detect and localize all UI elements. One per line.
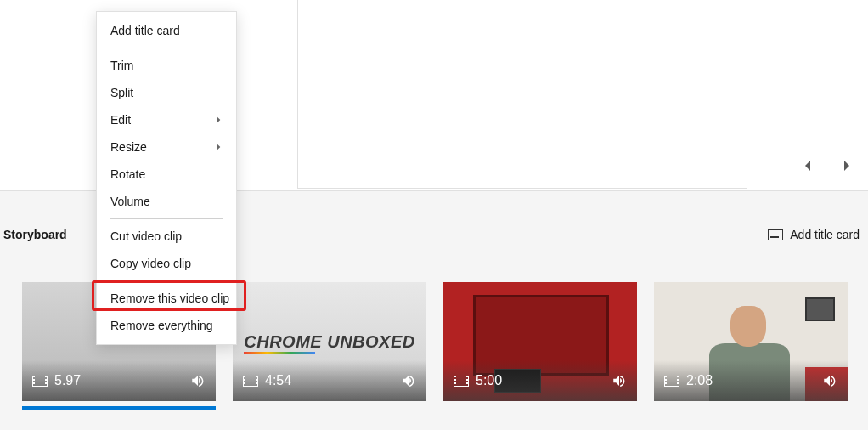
menu-remove-everything[interactable]: Remove everything [97,312,236,339]
clip-duration: 5.97 [54,373,81,388]
menu-add-title-card[interactable]: Add title card [97,17,236,44]
menu-edit[interactable]: Edit [97,106,236,133]
preview-canvas [297,0,747,189]
menu-volume[interactable]: Volume [97,188,236,215]
menu-separator [110,218,223,219]
menu-separator [110,280,223,281]
storyboard-label: Storyboard [3,228,67,241]
menu-split[interactable]: Split [97,79,236,106]
clip-selection-bar [22,406,216,410]
film-icon [664,376,679,387]
film-icon [243,376,258,387]
speaker-icon [612,373,627,388]
speaker-icon [822,373,837,388]
add-title-card-label: Add title card [790,228,860,241]
menu-separator [110,48,223,48]
title-card-icon [768,229,783,240]
chevron-right-icon [216,116,223,123]
menu-resize[interactable]: Resize [97,133,236,161]
menu-remove-clip[interactable]: Remove this video clip [97,285,236,312]
speaker-icon [190,373,206,388]
prev-frame-icon[interactable] [802,160,814,172]
clip-3[interactable]: 5:00 [443,282,637,401]
clip-duration: 5:00 [476,373,502,388]
film-icon [32,376,48,387]
clip-thumb-text: CHROME UNBOXED [244,332,414,352]
menu-rotate[interactable]: Rotate [97,161,236,188]
clip-4[interactable]: 2:08 [654,282,848,401]
context-menu: Add title card Trim Split Edit Resize Ro… [96,11,237,345]
clip-duration: 4:54 [265,373,291,388]
clip-duration: 2:08 [686,373,713,388]
chevron-right-icon [216,144,223,150]
menu-copy-clip[interactable]: Copy video clip [97,250,236,277]
add-title-card-button[interactable]: Add title card [768,228,860,241]
speaker-icon [401,373,416,388]
clip-2[interactable]: CHROME UNBOXED 4:54 [233,282,426,401]
next-frame-icon[interactable] [841,160,853,172]
film-icon [454,376,469,387]
menu-cut-clip[interactable]: Cut video clip [97,223,236,250]
menu-trim[interactable]: Trim [97,52,236,79]
